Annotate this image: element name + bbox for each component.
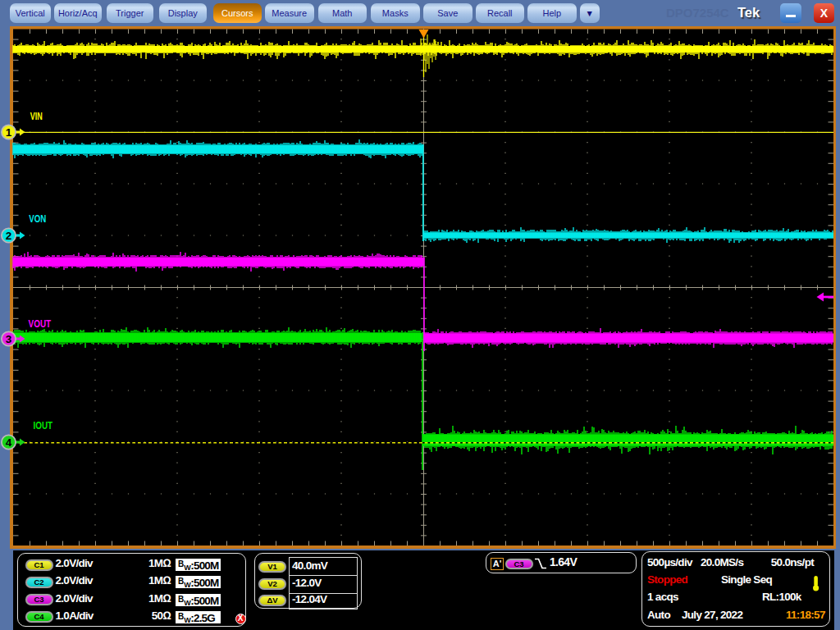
svg-text:4: 4 xyxy=(6,436,12,449)
svg-text:VON: VON xyxy=(29,213,46,225)
svg-text:IOUT: IOUT xyxy=(34,420,53,431)
svg-text:2: 2 xyxy=(6,230,12,242)
svg-text:VIN: VIN xyxy=(30,111,43,122)
svg-text:1: 1 xyxy=(6,126,12,139)
svg-text:3: 3 xyxy=(6,333,12,345)
svg-text:VOUT: VOUT xyxy=(29,318,52,330)
